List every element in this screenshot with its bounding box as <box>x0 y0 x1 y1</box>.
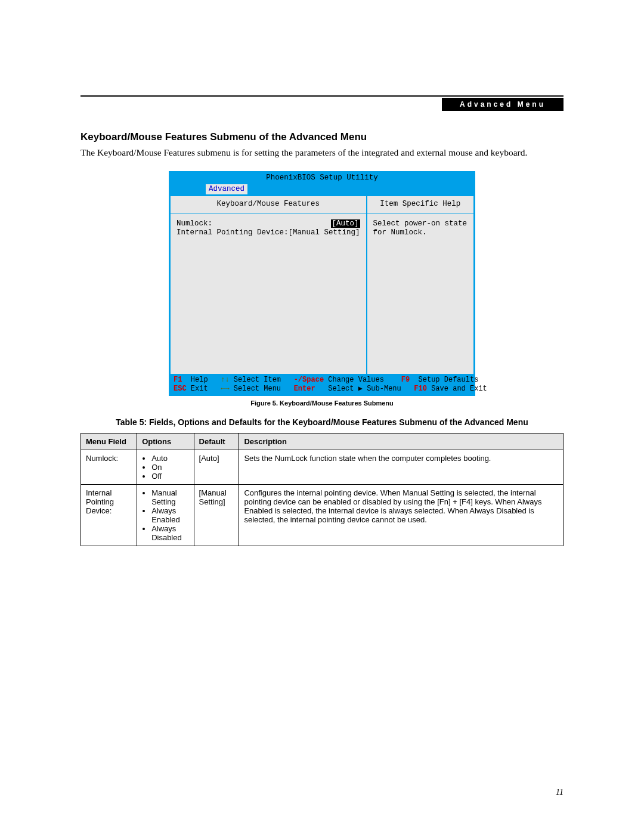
key-leftright: ←→ <box>221 385 229 394</box>
th-menu-field: Menu Field <box>81 433 137 450</box>
key-f10: F10 <box>414 385 427 394</box>
option-item: Always Enabled <box>151 506 188 524</box>
action-select-item: Select Item <box>234 376 281 385</box>
cell-field: Internal Pointing Device: <box>81 485 137 546</box>
action-select-menu: Select Menu <box>234 385 281 394</box>
table-header-row: Menu Field Options Default Description <box>81 433 564 450</box>
bios-row-pointing-device[interactable]: Internal Pointing Device: [Manual Settin… <box>177 228 360 238</box>
bios-tab-advanced[interactable]: Advanced <box>206 184 247 195</box>
option-item: Manual Setting <box>151 488 188 506</box>
bios-left-body: Numlock: [Auto] Internal Pointing Device… <box>171 213 366 244</box>
bios-right-title: Item Specific Help <box>367 196 473 213</box>
action-change-values: Change Values <box>328 376 384 385</box>
cell-options: Manual Setting Always Enabled Always Dis… <box>137 485 194 546</box>
action-setup-defaults: Setup Defaults <box>419 376 479 385</box>
page-number: 11 <box>556 788 564 797</box>
key-f9: F9 <box>401 376 410 385</box>
cell-description: Sets the NumLock function state when the… <box>239 450 564 485</box>
action-help: Help <box>191 376 208 385</box>
header-rule <box>80 95 564 97</box>
th-options: Options <box>137 433 194 450</box>
bios-footer: F1 Help ↑↓ Select Item -/Space Change Va… <box>170 374 474 395</box>
bios-field-value: [Auto] <box>331 219 360 229</box>
option-item: Off <box>151 472 188 481</box>
params-table: Menu Field Options Default Description N… <box>80 433 564 546</box>
bios-field-value: [Manual Setting] <box>289 228 360 238</box>
bios-row-numlock[interactable]: Numlock: [Auto] <box>177 219 360 229</box>
help-line: Select power-on state <box>373 219 467 229</box>
option-item: Auto <box>151 454 188 463</box>
th-default: Default <box>194 433 239 450</box>
action-submenu: Select ▶ Sub-Menu <box>328 385 401 394</box>
key-f1: F1 <box>174 376 182 385</box>
bios-field-label: Internal Pointing Device: <box>177 228 289 238</box>
cell-options: Auto On Off <box>137 450 194 485</box>
bios-left-title: Keyboard/Mouse Features <box>171 196 366 213</box>
key-enter: Enter <box>294 385 315 394</box>
th-description: Description <box>239 433 564 450</box>
document-page: Advanced Menu Keyboard/Mouse Features Su… <box>0 0 644 833</box>
cell-field: Numlock: <box>81 450 137 485</box>
cell-default: [Auto] <box>194 450 239 485</box>
cell-description: Configures the internal pointing device.… <box>239 485 564 546</box>
bios-menubar: Advanced <box>170 184 474 196</box>
cell-default: [Manual Setting] <box>194 485 239 546</box>
bios-help-text: Select power-on state for Numlock. <box>367 213 473 244</box>
bios-field-label: Numlock: <box>177 219 331 229</box>
key-space: -/Space <box>294 376 324 385</box>
section-header-label: Advanced Menu <box>442 98 564 111</box>
section-title: Keyboard/Mouse Features Submenu of the A… <box>80 131 564 143</box>
action-exit: Exit <box>191 385 208 394</box>
action-save-exit: Save and Exit <box>431 385 487 394</box>
bios-left-panel: Keyboard/Mouse Features Numlock: [Auto] … <box>170 196 367 374</box>
table-title: Table 5: Fields, Options and Defaults fo… <box>80 417 564 427</box>
option-item: Always Disabled <box>151 524 188 542</box>
figure-caption: Figure 5. Keyboard/Mouse Features Submen… <box>80 400 564 407</box>
bios-right-panel: Item Specific Help Select power-on state… <box>367 196 474 374</box>
bios-screenshot: PhoenixBIOS Setup Utility Advanced Keybo… <box>169 171 475 396</box>
help-line: for Numlock. <box>373 228 467 238</box>
bios-footer-row-1: F1 Help ↑↓ Select Item -/Space Change Va… <box>174 376 470 385</box>
header-band: Advanced Menu <box>80 98 564 111</box>
bios-title: PhoenixBIOS Setup Utility <box>170 172 474 184</box>
key-updown: ↑↓ <box>221 376 229 385</box>
table-row: Numlock: Auto On Off [Auto] Sets the Num… <box>81 450 564 485</box>
key-esc: ESC <box>174 385 187 394</box>
table-row: Internal Pointing Device: Manual Setting… <box>81 485 564 546</box>
bios-footer-row-2: ESC Exit ←→ Select Menu Enter Select ▶ S… <box>174 385 470 394</box>
option-item: On <box>151 463 188 472</box>
intro-paragraph: The Keyboard/Mouse Features submenu is f… <box>80 147 564 159</box>
bios-body: Keyboard/Mouse Features Numlock: [Auto] … <box>170 196 474 374</box>
